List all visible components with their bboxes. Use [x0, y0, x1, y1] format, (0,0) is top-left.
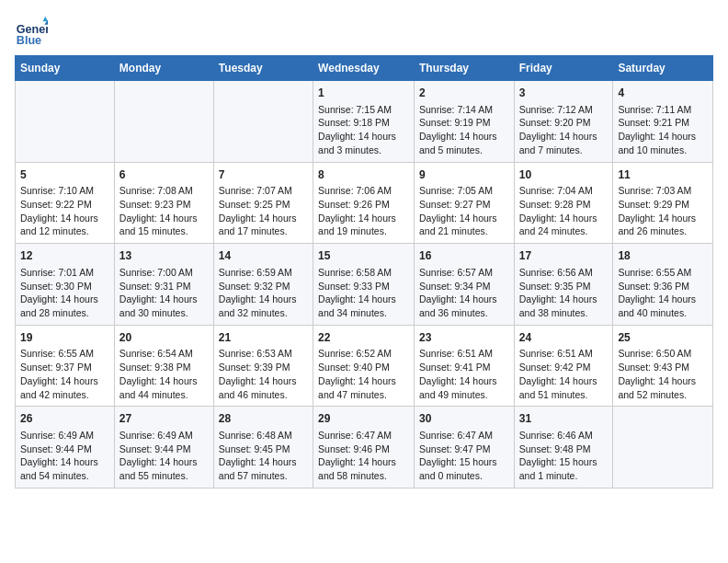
- day-number: 8: [318, 167, 409, 183]
- calendar-cell: 29Sunrise: 6:47 AM Sunset: 9:46 PM Dayli…: [313, 407, 415, 488]
- day-number: 28: [219, 411, 308, 427]
- calendar-week-row: 12Sunrise: 7:01 AM Sunset: 9:30 PM Dayli…: [16, 244, 713, 326]
- cell-content: Sunrise: 6:55 AM Sunset: 9:36 PM Dayligh…: [618, 266, 708, 320]
- cell-content: Sunrise: 7:04 AM Sunset: 9:28 PM Dayligh…: [519, 184, 609, 238]
- day-number: 19: [20, 330, 109, 346]
- day-number: 18: [618, 248, 708, 264]
- day-number: 13: [119, 248, 209, 264]
- day-number: 14: [219, 248, 308, 264]
- calendar-cell: 31Sunrise: 6:46 AM Sunset: 9:48 PM Dayli…: [514, 407, 613, 488]
- calendar-cell: 11Sunrise: 7:03 AM Sunset: 9:29 PM Dayli…: [613, 162, 713, 244]
- cell-content: Sunrise: 6:49 AM Sunset: 9:44 PM Dayligh…: [119, 429, 209, 483]
- svg-text:Blue: Blue: [17, 34, 41, 47]
- cell-content: Sunrise: 7:06 AM Sunset: 9:26 PM Dayligh…: [318, 184, 409, 238]
- cell-content: Sunrise: 6:52 AM Sunset: 9:40 PM Dayligh…: [318, 347, 409, 401]
- calendar-cell: 21Sunrise: 6:53 AM Sunset: 9:39 PM Dayli…: [213, 325, 313, 407]
- cell-content: Sunrise: 7:11 AM Sunset: 9:21 PM Dayligh…: [618, 103, 708, 157]
- cell-content: Sunrise: 6:55 AM Sunset: 9:37 PM Dayligh…: [20, 347, 109, 401]
- page-header: General Blue: [15, 15, 713, 48]
- calendar-cell: 16Sunrise: 6:57 AM Sunset: 9:34 PM Dayli…: [414, 244, 514, 326]
- calendar-cell: 26Sunrise: 6:49 AM Sunset: 9:44 PM Dayli…: [16, 407, 115, 488]
- calendar-week-row: 5Sunrise: 7:10 AM Sunset: 9:22 PM Daylig…: [16, 162, 713, 244]
- day-number: 27: [119, 411, 209, 427]
- weekday-header: Sunday: [16, 56, 115, 81]
- calendar-cell: 10Sunrise: 7:04 AM Sunset: 9:28 PM Dayli…: [514, 162, 613, 244]
- cell-content: Sunrise: 7:00 AM Sunset: 9:31 PM Dayligh…: [119, 266, 209, 320]
- calendar-cell: 1Sunrise: 7:15 AM Sunset: 9:18 PM Daylig…: [313, 81, 415, 163]
- cell-content: Sunrise: 6:47 AM Sunset: 9:47 PM Dayligh…: [419, 429, 509, 483]
- calendar-cell: [16, 81, 115, 163]
- calendar-cell: 27Sunrise: 6:49 AM Sunset: 9:44 PM Dayli…: [114, 407, 213, 488]
- calendar-week-row: 19Sunrise: 6:55 AM Sunset: 9:37 PM Dayli…: [16, 325, 713, 407]
- calendar-cell: 23Sunrise: 6:51 AM Sunset: 9:41 PM Dayli…: [414, 325, 514, 407]
- cell-content: Sunrise: 7:12 AM Sunset: 9:20 PM Dayligh…: [519, 103, 609, 157]
- day-number: 20: [119, 330, 209, 346]
- day-number: 3: [519, 86, 609, 101]
- weekday-header: Saturday: [613, 56, 713, 81]
- cell-content: Sunrise: 7:03 AM Sunset: 9:29 PM Dayligh…: [618, 184, 708, 238]
- calendar-week-row: 1Sunrise: 7:15 AM Sunset: 9:18 PM Daylig…: [16, 81, 713, 163]
- cell-content: Sunrise: 6:53 AM Sunset: 9:39 PM Dayligh…: [219, 347, 308, 401]
- cell-content: Sunrise: 6:51 AM Sunset: 9:42 PM Dayligh…: [519, 347, 609, 401]
- cell-content: Sunrise: 6:50 AM Sunset: 9:43 PM Dayligh…: [618, 347, 708, 401]
- day-number: 24: [519, 330, 609, 346]
- calendar-cell: 2Sunrise: 7:14 AM Sunset: 9:19 PM Daylig…: [414, 81, 514, 163]
- calendar-cell: 22Sunrise: 6:52 AM Sunset: 9:40 PM Dayli…: [313, 325, 415, 407]
- day-number: 16: [419, 248, 509, 264]
- day-number: 5: [20, 167, 109, 183]
- calendar-cell: 14Sunrise: 6:59 AM Sunset: 9:32 PM Dayli…: [213, 244, 313, 326]
- calendar-cell: [613, 407, 713, 488]
- calendar-cell: 9Sunrise: 7:05 AM Sunset: 9:27 PM Daylig…: [414, 162, 514, 244]
- cell-content: Sunrise: 7:14 AM Sunset: 9:19 PM Dayligh…: [419, 103, 509, 157]
- calendar-cell: 6Sunrise: 7:08 AM Sunset: 9:23 PM Daylig…: [114, 162, 213, 244]
- day-number: 23: [419, 330, 509, 346]
- weekday-header-row: SundayMondayTuesdayWednesdayThursdayFrid…: [16, 56, 713, 81]
- logo: General Blue: [15, 15, 51, 48]
- calendar-cell: 20Sunrise: 6:54 AM Sunset: 9:38 PM Dayli…: [114, 325, 213, 407]
- cell-content: Sunrise: 6:57 AM Sunset: 9:34 PM Dayligh…: [419, 266, 509, 320]
- svg-marker-2: [43, 17, 48, 21]
- calendar-cell: [213, 81, 313, 163]
- weekday-header: Wednesday: [313, 56, 415, 81]
- day-number: 4: [618, 86, 708, 101]
- calendar-cell: 25Sunrise: 6:50 AM Sunset: 9:43 PM Dayli…: [613, 325, 713, 407]
- day-number: 21: [219, 330, 308, 346]
- cell-content: Sunrise: 7:10 AM Sunset: 9:22 PM Dayligh…: [20, 184, 109, 238]
- cell-content: Sunrise: 7:07 AM Sunset: 9:25 PM Dayligh…: [219, 184, 308, 238]
- cell-content: Sunrise: 6:58 AM Sunset: 9:33 PM Dayligh…: [318, 266, 409, 320]
- day-number: 2: [419, 86, 509, 101]
- cell-content: Sunrise: 7:05 AM Sunset: 9:27 PM Dayligh…: [419, 184, 509, 238]
- cell-content: Sunrise: 6:47 AM Sunset: 9:46 PM Dayligh…: [318, 429, 409, 483]
- weekday-header: Thursday: [414, 56, 514, 81]
- calendar-cell: 12Sunrise: 7:01 AM Sunset: 9:30 PM Dayli…: [16, 244, 115, 326]
- day-number: 7: [219, 167, 308, 183]
- calendar-cell: 17Sunrise: 6:56 AM Sunset: 9:35 PM Dayli…: [514, 244, 613, 326]
- cell-content: Sunrise: 6:48 AM Sunset: 9:45 PM Dayligh…: [219, 429, 308, 483]
- weekday-header: Tuesday: [213, 56, 313, 81]
- day-number: 26: [20, 411, 109, 427]
- calendar-cell: 8Sunrise: 7:06 AM Sunset: 9:26 PM Daylig…: [313, 162, 415, 244]
- cell-content: Sunrise: 6:49 AM Sunset: 9:44 PM Dayligh…: [20, 429, 109, 483]
- weekday-header: Monday: [114, 56, 213, 81]
- day-number: 12: [20, 248, 109, 264]
- calendar-cell: 4Sunrise: 7:11 AM Sunset: 9:21 PM Daylig…: [613, 81, 713, 163]
- cell-content: Sunrise: 6:54 AM Sunset: 9:38 PM Dayligh…: [119, 347, 209, 401]
- calendar-cell: 19Sunrise: 6:55 AM Sunset: 9:37 PM Dayli…: [16, 325, 115, 407]
- calendar-cell: 28Sunrise: 6:48 AM Sunset: 9:45 PM Dayli…: [213, 407, 313, 488]
- calendar-week-row: 26Sunrise: 6:49 AM Sunset: 9:44 PM Dayli…: [16, 407, 713, 488]
- calendar-cell: 5Sunrise: 7:10 AM Sunset: 9:22 PM Daylig…: [16, 162, 115, 244]
- cell-content: Sunrise: 7:15 AM Sunset: 9:18 PM Dayligh…: [318, 103, 409, 157]
- calendar-cell: 3Sunrise: 7:12 AM Sunset: 9:20 PM Daylig…: [514, 81, 613, 163]
- day-number: 29: [318, 411, 409, 427]
- calendar-cell: 15Sunrise: 6:58 AM Sunset: 9:33 PM Dayli…: [313, 244, 415, 326]
- calendar-cell: 18Sunrise: 6:55 AM Sunset: 9:36 PM Dayli…: [613, 244, 713, 326]
- cell-content: Sunrise: 6:59 AM Sunset: 9:32 PM Dayligh…: [219, 266, 308, 320]
- cell-content: Sunrise: 7:01 AM Sunset: 9:30 PM Dayligh…: [20, 266, 109, 320]
- cell-content: Sunrise: 6:46 AM Sunset: 9:48 PM Dayligh…: [519, 429, 609, 483]
- calendar-cell: 30Sunrise: 6:47 AM Sunset: 9:47 PM Dayli…: [414, 407, 514, 488]
- logo-icon: General Blue: [15, 15, 48, 48]
- day-number: 25: [618, 330, 708, 346]
- day-number: 9: [419, 167, 509, 183]
- day-number: 17: [519, 248, 609, 264]
- calendar-cell: 7Sunrise: 7:07 AM Sunset: 9:25 PM Daylig…: [213, 162, 313, 244]
